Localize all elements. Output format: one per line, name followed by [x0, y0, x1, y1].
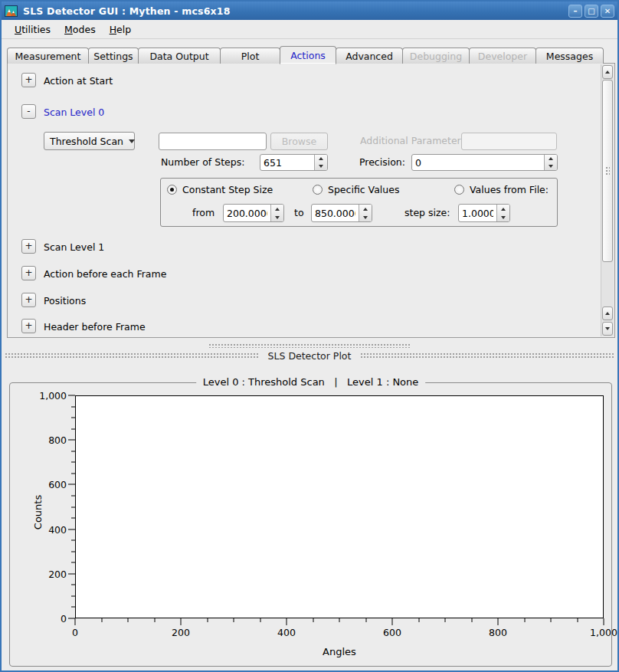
x-major-tick — [604, 618, 604, 625]
vertical-scrollbar[interactable] — [601, 64, 614, 336]
spinner-buttons[interactable] — [496, 205, 509, 221]
precision-value[interactable] — [412, 155, 544, 170]
window-title: SLS Detector GUI : Mythen - mcs6x18 — [23, 5, 566, 17]
y-minor-tick — [71, 451, 75, 451]
x-minor-tick — [101, 618, 102, 622]
radio-unselected-icon[interactable] — [454, 185, 464, 195]
to-value[interactable] — [312, 205, 359, 221]
tab-messages[interactable]: Messages — [535, 48, 604, 64]
splitter-handle[interactable] — [208, 343, 411, 348]
y-minor-tick — [71, 462, 75, 463]
x-major-tick — [287, 618, 287, 625]
menu-utilities[interactable]: Utilities — [8, 21, 57, 38]
radio-unselected-icon[interactable] — [313, 185, 323, 195]
scrollbar-thumb[interactable] — [602, 80, 613, 262]
spin-up-icon[interactable] — [315, 155, 327, 162]
section-label-scan-level-1: Scan Level 1 — [44, 241, 104, 253]
number-of-steps-value[interactable] — [260, 155, 314, 170]
y-minor-tick — [71, 551, 75, 552]
scan-mode-selected-value: Threshold Scan — [44, 136, 129, 147]
radio-selected-icon[interactable] — [167, 185, 177, 195]
number-of-steps-spinbox[interactable] — [260, 154, 328, 171]
expand-button-header-before-frame[interactable]: + — [21, 319, 36, 333]
dock-handle-texture — [5, 352, 259, 359]
tab-actions[interactable]: Actions — [280, 46, 336, 64]
x-tick-label: 600 — [383, 627, 401, 638]
spinner-buttons[interactable] — [359, 205, 372, 221]
tab-plot[interactable]: Plot — [220, 48, 280, 64]
precision-label: Precision: — [359, 156, 405, 168]
scan-mode-select[interactable]: Threshold Scan — [44, 132, 135, 150]
tab-measurement[interactable]: Measurement — [7, 48, 89, 64]
spinner-buttons[interactable] — [544, 155, 557, 170]
radio-constant-step-size[interactable]: Constant Step Size — [167, 184, 273, 195]
scroll-down-button[interactable] — [602, 322, 613, 336]
scrollbar-grip — [605, 166, 610, 175]
expand-button-action-before-each-frame[interactable]: + — [21, 266, 36, 280]
spinner-buttons[interactable] — [314, 155, 327, 170]
x-tick-label: 800 — [489, 627, 507, 638]
y-minor-tick — [71, 506, 75, 507]
to-spinbox[interactable] — [311, 204, 372, 222]
scan-script-input[interactable] — [159, 133, 267, 150]
expand-button-action-at-start[interactable]: + — [21, 73, 36, 87]
x-axis-title: Angles — [75, 646, 604, 657]
y-major-tick — [68, 440, 75, 441]
collapse-button-scan-level-0[interactable]: - — [21, 104, 36, 119]
spin-down-icon[interactable] — [315, 162, 327, 170]
spin-up-icon[interactable] — [497, 205, 509, 213]
x-minor-tick — [445, 618, 446, 622]
spin-down-icon[interactable] — [545, 162, 557, 170]
y-tick-label: 600 — [48, 479, 67, 490]
plot-axes: 02004006008001,00002004006008001,000 — [75, 395, 604, 618]
tab-bar: Measurement Settings Data Output Plot Ac… — [7, 45, 612, 64]
spin-up-icon[interactable] — [359, 205, 372, 213]
menubar: Utilities Modes Help — [2, 20, 617, 39]
menu-modes[interactable]: Modes — [57, 21, 103, 38]
additional-parameter-input — [461, 133, 557, 150]
step-size-spinbox[interactable] — [458, 204, 510, 222]
tab-settings[interactable]: Settings — [88, 48, 139, 64]
spinner-buttons[interactable] — [270, 205, 283, 221]
spin-up-icon[interactable] — [545, 155, 557, 162]
spin-down-icon[interactable] — [359, 213, 372, 221]
y-minor-tick — [71, 607, 75, 608]
menu-help[interactable]: Help — [103, 21, 139, 38]
scroll-up-button[interactable] — [602, 65, 613, 79]
maximize-button[interactable]: □ — [585, 5, 598, 18]
additional-parameter-label: Additional Parameter: — [360, 135, 464, 146]
dock-title: SLS Detector Plot — [259, 350, 361, 362]
x-minor-tick — [207, 618, 208, 622]
y-minor-tick — [71, 595, 75, 596]
from-value[interactable] — [224, 205, 270, 221]
precision-spinbox[interactable] — [411, 154, 558, 171]
tab-data-output[interactable]: Data Output — [138, 48, 221, 64]
x-minor-tick — [313, 618, 313, 622]
tab-advanced[interactable]: Advanced — [336, 48, 403, 64]
section-label-scan-level-0: Scan Level 0 — [44, 107, 104, 118]
radio-values-from-file[interactable]: Values from File: — [454, 184, 549, 195]
minimize-button[interactable]: – — [568, 5, 582, 18]
tab-developer: Developer — [469, 48, 536, 64]
close-button[interactable]: ✕ — [601, 5, 614, 18]
x-tick-label: 400 — [277, 627, 296, 638]
spin-up-icon[interactable] — [271, 205, 283, 213]
x-tick-label: 1,000 — [590, 627, 617, 638]
scroll-up-button-bottom[interactable] — [602, 306, 613, 320]
x-major-tick — [392, 618, 393, 625]
spin-down-icon[interactable] — [271, 213, 283, 221]
number-of-steps-label: Number of Steps: — [161, 156, 244, 168]
spin-down-icon[interactable] — [497, 213, 509, 221]
plot-groupbox: Level 0 : Threshold Scan | Level 1 : Non… — [9, 382, 612, 667]
radio-specific-values[interactable]: Specific Values — [313, 184, 399, 195]
titlebar[interactable]: SLS Detector GUI : Mythen - mcs6x18 – □ … — [2, 2, 617, 20]
from-spinbox[interactable] — [223, 204, 284, 222]
from-label: from — [192, 207, 215, 218]
y-tick-label: 1,000 — [39, 390, 67, 402]
step-size-value[interactable] — [459, 205, 496, 221]
expand-button-scan-level-1[interactable]: + — [21, 239, 36, 254]
y-minor-tick — [71, 473, 75, 474]
plot-dock-header[interactable]: SLS Detector Plot — [5, 349, 614, 362]
section-label-action-before-each-frame: Action before each Frame — [44, 268, 166, 280]
expand-button-positions[interactable]: + — [21, 293, 36, 307]
